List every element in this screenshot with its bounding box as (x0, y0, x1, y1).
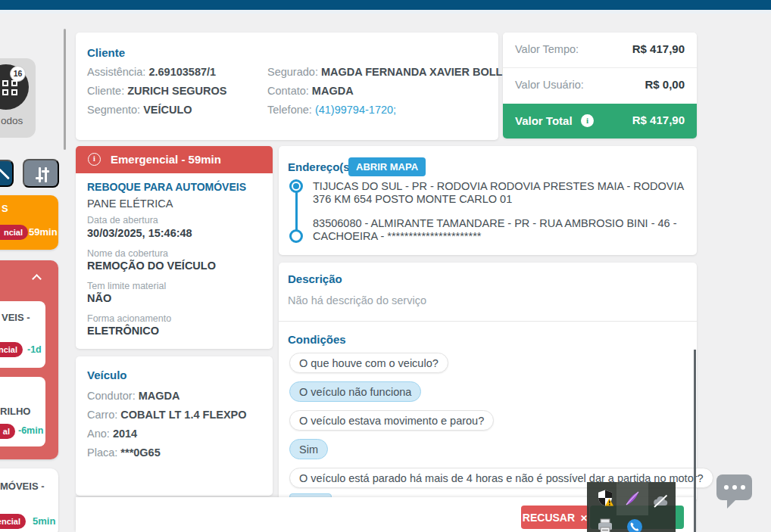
filter-settings-button[interactable] (23, 159, 59, 188)
dot-icon (732, 485, 737, 490)
condition-question-chip[interactable]: O que houve com o veiculo? (289, 353, 448, 373)
reject-button[interactable]: RECUSAR✕ (521, 506, 589, 529)
price-total-value: R$ 417,90 (632, 114, 685, 126)
queue-card-time: 59min (29, 226, 58, 238)
service-dispatch-screen: 16 odos S ncial 59min VEIS - ncial -1d R… (0, 0, 771, 532)
search-icon (0, 169, 10, 180)
description-empty-text: Não há descrição do serviço (288, 294, 426, 306)
priority-badge: ncial (0, 342, 23, 357)
info-icon: i (88, 153, 101, 166)
field-value: NÃO (87, 292, 111, 304)
vehicle-model: Carro: COBALT LT 1.4 FLEXPO (87, 409, 247, 421)
queue-card-time: 5min (33, 515, 55, 527)
filter-all-label: odos (1, 115, 23, 126)
emergency-banner: i Emergencial - 59min (76, 146, 273, 173)
origin-address: TIJUCAS DO SUL - PR - RODOVIA RODOVIA PR… (313, 180, 684, 206)
condition-answer-chip[interactable]: O veículo não funciona (289, 381, 421, 402)
field-label: Forma acionamento (87, 313, 171, 324)
phone-link[interactable]: (41)99794-1720; (315, 104, 396, 116)
condition-question-chip[interactable]: O veículo estava movimento e parou? (289, 410, 494, 431)
shield-warning-icon[interactable] (596, 489, 614, 507)
price-row-user: Valor Usuário: R$ 0,00 (503, 68, 697, 103)
queue-card-title: VEIS - (2, 312, 30, 323)
field-value: REMOÇÃO DO VEÍCULO (87, 260, 216, 272)
price-time-value: R$ 417,90 (632, 42, 685, 55)
field-value: 30/03/2025, 15:46:48 (87, 227, 192, 239)
addresses-title: Endereço(s) (288, 160, 354, 173)
vehicle-plate: Placa: ***0G65 (87, 446, 161, 459)
vehicle-card-title: Veículo (87, 369, 127, 381)
dot-icon (741, 485, 745, 490)
condition-answer-chip[interactable]: Sim (289, 439, 328, 459)
destination-address: 83506080 - ALMIRANTE TAMANDARE - PR - RU… (313, 217, 684, 243)
sidebar-scrollbar[interactable] (64, 29, 66, 150)
top-navigation-bar (0, 0, 771, 10)
queue-card-time: -1d (27, 344, 42, 355)
queue-card-time: -6min (18, 425, 43, 436)
content-scrollbar[interactable] (694, 350, 696, 532)
queue-card-title: S (2, 203, 8, 214)
price-row-time: Valor Tempo: R$ 417,90 (503, 33, 697, 67)
price-user-label: Valor Usuário: (515, 79, 584, 91)
priority-badge: al (0, 424, 15, 439)
price-user-value: R$ 0,00 (645, 78, 685, 91)
system-tray-popup (587, 482, 676, 532)
price-time-label: Valor Tempo: (515, 43, 579, 55)
field-label: Data de abertura (87, 215, 158, 226)
chat-bubble-button[interactable] (716, 474, 752, 500)
queue-card-title: RILHO (0, 406, 30, 417)
destination-marker-icon (289, 229, 303, 243)
service-queue-card-orange[interactable] (0, 195, 58, 250)
description-title: Descrição (288, 272, 342, 285)
phone-row: Telefone: (41)99794-1720; (267, 104, 396, 116)
service-type: REBOQUE PARA AUTOMÓVEIS (87, 181, 246, 193)
insured-name: Segurado: MAGDA FERNANDA XAVIER BOLLMANN (267, 66, 535, 78)
price-row-total: Valor Total i R$ 417,90 (503, 104, 697, 138)
feather-icon[interactable] (624, 490, 641, 507)
client-name: Cliente: ZURICH SEGUROS (87, 85, 227, 97)
vehicle-year: Ano: 2014 (87, 428, 137, 440)
search-button[interactable] (0, 160, 14, 187)
field-label: Tem limite material (87, 281, 166, 291)
conditions-title: Condições (288, 333, 346, 346)
chat-bubble-tail (727, 499, 736, 509)
contact-name: Contato: MAGDA (267, 85, 354, 97)
service-count-badge: 16 (10, 66, 26, 82)
client-card-title: Cliente (87, 46, 125, 59)
field-value: ELETRÔNICO (87, 325, 159, 337)
client-assistance-number: Assistência: 2.69103587/1 (87, 66, 216, 78)
phone-icon[interactable] (626, 518, 643, 532)
service-problem: PANE ELÉTRICA (87, 198, 173, 210)
cloud-offline-icon[interactable] (651, 492, 670, 510)
info-icon[interactable]: i (581, 114, 594, 127)
dot-icon (724, 485, 729, 490)
tune-sliders-icon (35, 167, 50, 182)
route-line (295, 192, 298, 230)
price-total-label: Valor Total (515, 114, 573, 127)
vehicle-driver: Condutor: MAGDA (87, 390, 180, 402)
printer-icon[interactable] (596, 518, 614, 532)
grid-icon (2, 80, 18, 96)
section-divider (279, 321, 697, 322)
origin-marker-icon (289, 179, 303, 193)
priority-badge: ncial (0, 225, 28, 240)
open-map-button[interactable]: ABRIR MAPA (348, 157, 426, 176)
queue-card-title: MÓVEIS - (0, 481, 45, 492)
client-segment: Segmento: VEÍCULO (87, 104, 192, 116)
emergency-banner-text: Emergencial - 59min (111, 153, 221, 166)
priority-badge: gencial (0, 514, 26, 529)
field-label: Nome da cobertura (87, 248, 168, 259)
top-strip (0, 10, 771, 14)
